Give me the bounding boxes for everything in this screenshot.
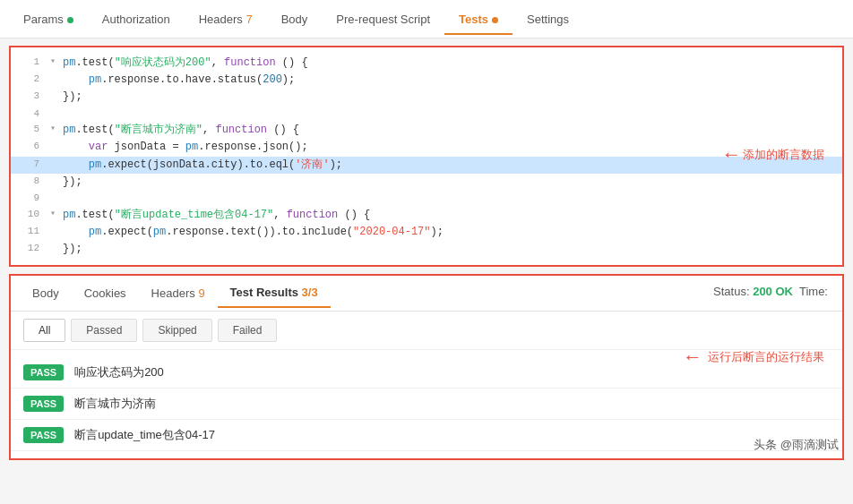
tab-tests-label: Tests <box>459 13 488 26</box>
code-line-2: 2 pm.response.to.have.status(200); <box>11 72 842 89</box>
filter-failed[interactable]: Failed <box>218 319 278 342</box>
resp-tab-headers-label: Headers <box>151 286 195 300</box>
code-line-8: 8 }); <box>11 174 842 191</box>
tab-tests[interactable]: Tests <box>444 4 513 35</box>
test-label-3: 断言update_time包含04-17 <box>74 427 215 443</box>
tab-params[interactable]: Params <box>9 4 88 35</box>
tab-authorization[interactable]: Authorization <box>88 4 185 35</box>
code-line-6: 6 var jsonData = pm.response.json(); <box>11 139 842 156</box>
resp-tab-cookies[interactable]: Cookies <box>72 279 139 307</box>
filter-skipped[interactable]: Skipped <box>142 319 211 342</box>
tab-headers-label: Headers <box>199 13 243 26</box>
pass-badge-1: PASS <box>23 364 64 380</box>
resp-tab-cookies-label: Cookies <box>84 286 126 300</box>
test-label-1: 响应状态码为200 <box>74 364 164 380</box>
status-bar: Status: 200 OK Time: <box>713 285 828 298</box>
tab-settings-label: Settings <box>527 13 569 26</box>
test-row-2: PASS 断言城市为济南 <box>11 389 842 420</box>
resp-tab-testresults-label: Test Results <box>230 286 298 299</box>
code-line-5: 5 ▾ pm.test("断言城市为济南", function () { <box>11 122 842 139</box>
status-value: 200 OK <box>753 285 793 298</box>
resp-annotation-arrow-icon: ← <box>683 347 702 367</box>
response-tab-bar: Body Cookies Headers 9 Test Results 3/3 … <box>11 276 842 312</box>
time-label: Time: <box>799 285 828 298</box>
pass-badge-3: PASS <box>23 427 64 443</box>
code-line-3: 3 }); <box>11 89 842 106</box>
tab-headers-count: 7 <box>246 13 252 26</box>
tab-body-label: Body <box>281 13 308 26</box>
code-line-11: 11 pm.expect(pm.response.text()).to.incl… <box>11 224 842 241</box>
code-editor: 1 ▾ pm.test("响应状态码为200", function () { 2… <box>9 46 844 267</box>
resp-tab-testresults-count: 3/3 <box>302 286 318 299</box>
params-dot <box>67 17 73 23</box>
resp-tab-body[interactable]: Body <box>20 279 72 307</box>
annotation-arrow-icon: ← <box>726 146 737 166</box>
top-tab-bar: Params Authorization Headers 7 Body Pre-… <box>0 0 853 38</box>
resp-tab-headers[interactable]: Headers 9 <box>139 279 218 307</box>
pass-badge-2: PASS <box>23 396 64 412</box>
code-line-7: 7 pm.expect(jsonData.city).to.eql('济南'); <box>11 157 842 174</box>
watermark-text: 头条 @雨滴测试 <box>754 438 839 451</box>
resp-tab-headers-count: 9 <box>198 286 204 300</box>
filter-all[interactable]: All <box>23 319 65 342</box>
filter-passed[interactable]: Passed <box>71 319 137 342</box>
response-section: Body Cookies Headers 9 Test Results 3/3 … <box>9 274 844 460</box>
tab-settings[interactable]: Settings <box>513 4 583 35</box>
test-row-3: PASS 断言update_time包含04-17 <box>11 420 842 451</box>
tab-authorization-label: Authorization <box>102 13 170 26</box>
resp-tab-testresults[interactable]: Test Results 3/3 <box>218 278 331 308</box>
response-annotation: ← 运行后断言的运行结果 <box>683 347 824 367</box>
code-line-4: 4 <box>11 107 842 123</box>
code-annotation: ← 添加的断言数据 <box>726 146 824 166</box>
watermark: 头条 @雨滴测试 <box>754 437 839 453</box>
code-line-12: 12 }); <box>11 241 842 258</box>
tab-body[interactable]: Body <box>267 4 323 35</box>
response-annotation-text: 运行后断言的运行结果 <box>708 349 824 365</box>
tab-headers[interactable]: Headers 7 <box>185 4 267 35</box>
code-line-9: 9 <box>11 191 842 207</box>
filter-bar: All Passed Skipped Failed <box>11 312 842 350</box>
test-label-2: 断言城市为济南 <box>74 396 156 412</box>
tab-params-label: Params <box>23 13 64 26</box>
code-line-1: 1 ▾ pm.test("响应状态码为200", function () { <box>11 55 842 72</box>
resp-tab-body-label: Body <box>32 286 59 300</box>
tab-prerequest-label: Pre-request Script <box>336 13 430 26</box>
tests-dot <box>492 17 498 23</box>
code-annotation-text: 添加的断言数据 <box>743 147 824 166</box>
code-line-10: 10 ▾ pm.test("断言update_time包含04-17", fun… <box>11 207 842 224</box>
tab-prerequest[interactable]: Pre-request Script <box>322 4 444 35</box>
